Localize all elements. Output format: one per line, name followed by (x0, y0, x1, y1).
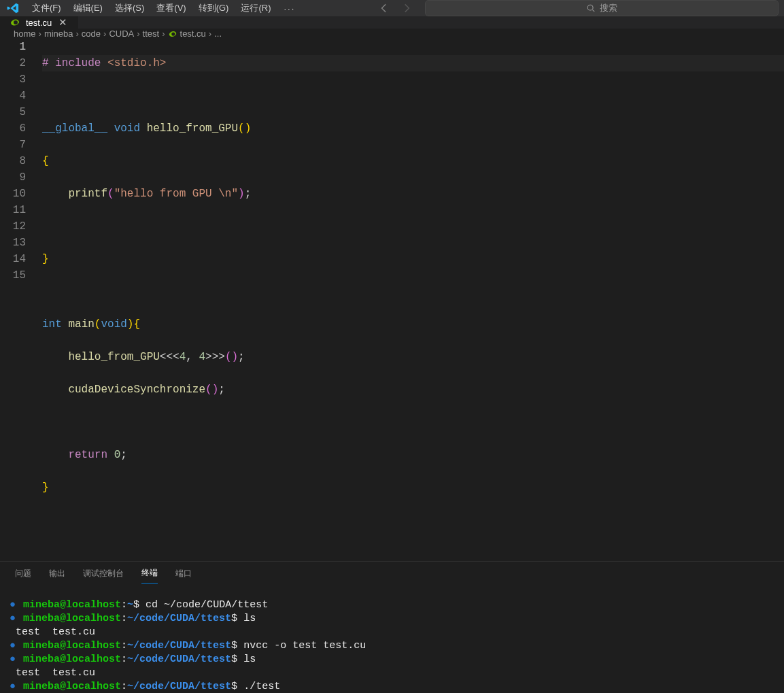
panel-tabs: 问题 输出 调试控制台 终端 端口 (0, 562, 784, 589)
bc-home[interactable]: home (14, 29, 36, 39)
bc-file[interactable]: test.cu (180, 29, 206, 39)
bc-user[interactable]: mineba (44, 29, 73, 39)
code-content[interactable]: # include <stdio.h> __global__ void hell… (42, 39, 784, 561)
terminal[interactable]: ● mineba@localhost:~$ cd ~/code/CUDA/tte… (0, 589, 784, 693)
editor[interactable]: 1234 5678 9101112 131415 # include <stdi… (0, 39, 784, 561)
search-box[interactable]: 搜索 (425, 0, 779, 16)
svg-line-1 (593, 10, 595, 12)
menu-more-icon[interactable]: ··· (277, 3, 302, 14)
tab-test-cu[interactable]: test.cu ✕ (0, 16, 79, 29)
menu-select[interactable]: 选择(S) (109, 0, 150, 16)
panel-tab-problems[interactable]: 问题 (15, 568, 31, 584)
vscode-logo-icon (7, 2, 19, 14)
tab-close-icon[interactable]: ✕ (57, 16, 69, 29)
bc-more[interactable]: ... (214, 29, 222, 39)
bc-code[interactable]: code (82, 29, 101, 39)
cuda-file-icon (168, 29, 177, 39)
menubar: 文件(F) 编辑(E) 选择(S) 查看(V) 转到(G) 运行(R) ··· … (0, 0, 784, 16)
bc-cuda[interactable]: CUDA (109, 29, 134, 39)
panel-tab-debug[interactable]: 调试控制台 (83, 568, 124, 584)
tabbar: test.cu ✕ (0, 16, 784, 29)
menu-run[interactable]: 运行(R) (235, 0, 277, 16)
line-number-gutter: 1234 5678 9101112 131415 (0, 39, 42, 561)
menu-edit[interactable]: 编辑(E) (67, 0, 109, 16)
panel-tab-ports[interactable]: 端口 (175, 568, 192, 584)
menu-view[interactable]: 查看(V) (150, 0, 192, 16)
svg-point-0 (587, 5, 593, 10)
nav-back-icon[interactable] (379, 2, 391, 14)
bc-ttest[interactable]: ttest (143, 29, 160, 39)
search-icon (586, 3, 596, 13)
search-placeholder: 搜索 (600, 3, 617, 14)
cuda-file-icon (10, 17, 20, 28)
panel-tab-output[interactable]: 输出 (49, 568, 65, 584)
breadcrumb[interactable]: home› mineba› code› CUDA› ttest› test.cu… (0, 29, 784, 39)
nav-forward-icon[interactable] (400, 2, 413, 14)
menu-goto[interactable]: 转到(G) (192, 0, 235, 16)
tab-label: test.cu (26, 18, 52, 28)
panel: 问题 输出 调试控制台 终端 端口 ● mineba@localhost:~$ … (0, 561, 784, 693)
menu-file[interactable]: 文件(F) (26, 0, 67, 16)
panel-tab-terminal[interactable]: 终端 (141, 567, 158, 584)
